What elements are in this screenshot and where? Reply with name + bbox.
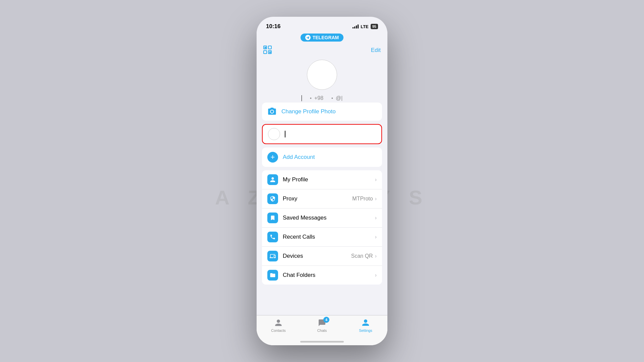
phone-frame: 10:16 LTE 95 TELEGRAM bbox=[257, 17, 387, 345]
account-cursor bbox=[285, 131, 285, 137]
settings-menu-group: My Profile › Proxy MTProto › bbox=[262, 170, 382, 285]
chevron-icon: › bbox=[375, 177, 377, 183]
chats-icon-wrap: 4 bbox=[317, 318, 327, 327]
recent-calls-label: Recent Calls bbox=[283, 234, 375, 240]
proxy-row[interactable]: Proxy MTProto › bbox=[262, 189, 382, 208]
plus-icon: + bbox=[267, 152, 278, 163]
tab-settings[interactable]: Settings bbox=[344, 318, 387, 333]
proxy-icon-bg bbox=[267, 193, 278, 204]
battery-indicator: 95 bbox=[371, 24, 378, 29]
contacts-icon bbox=[274, 319, 282, 327]
camera-icon bbox=[267, 107, 277, 116]
main-content: TELEGRAM Edit bbox=[257, 32, 387, 345]
profile-info-row: • +98 • @| bbox=[257, 93, 387, 103]
my-profile-row[interactable]: My Profile › bbox=[262, 170, 382, 189]
bookmark-icon bbox=[270, 215, 276, 221]
shield-icon bbox=[270, 196, 276, 202]
devices-icon-bg bbox=[267, 251, 278, 261]
status-bar: 10:16 LTE 95 bbox=[257, 17, 387, 32]
edit-button[interactable]: Edit bbox=[371, 47, 381, 54]
change-photo-label: Change Profile Photo bbox=[281, 108, 336, 115]
devices-icon bbox=[270, 253, 276, 259]
contacts-icon-wrap bbox=[274, 318, 283, 327]
devices-label: Devices bbox=[283, 253, 351, 259]
home-indicator bbox=[300, 341, 344, 343]
my-profile-label: My Profile bbox=[283, 176, 375, 183]
person-icon bbox=[270, 177, 276, 183]
recent-calls-row[interactable]: Recent Calls › bbox=[262, 228, 382, 247]
proxy-value: MTProto bbox=[352, 196, 373, 202]
settings-icon-wrap bbox=[361, 318, 370, 327]
username-field: • @| bbox=[330, 95, 342, 101]
saved-messages-row[interactable]: Saved Messages › bbox=[262, 208, 382, 228]
settings-tab-label: Settings bbox=[359, 328, 372, 333]
settings-icon bbox=[362, 319, 370, 327]
chats-badge: 4 bbox=[323, 317, 329, 323]
saved-messages-label: Saved Messages bbox=[283, 215, 375, 221]
telegram-pill: TELEGRAM bbox=[301, 34, 344, 42]
signal-icon bbox=[353, 24, 359, 28]
add-account-row[interactable]: + Add Account bbox=[262, 147, 382, 167]
status-indicators: LTE 95 bbox=[353, 24, 378, 29]
status-time: 10:16 bbox=[266, 23, 280, 30]
phone-icon bbox=[270, 234, 276, 240]
username-display: @| bbox=[336, 95, 342, 101]
chevron-icon: › bbox=[375, 272, 377, 278]
name-cursor bbox=[302, 95, 302, 101]
telegram-bar: TELEGRAM bbox=[257, 32, 387, 43]
account-row-highlighted[interactable] bbox=[262, 124, 382, 144]
telegram-logo-icon bbox=[305, 35, 311, 40]
name-field bbox=[302, 95, 302, 101]
chat-folders-label: Chat Folders bbox=[283, 272, 375, 279]
proxy-label: Proxy bbox=[283, 195, 352, 202]
change-profile-photo-row[interactable]: Change Profile Photo bbox=[262, 103, 382, 121]
devices-value: Scan QR bbox=[351, 253, 373, 259]
chevron-icon: › bbox=[375, 196, 377, 202]
saved-messages-icon-bg bbox=[267, 213, 278, 223]
qr-icon[interactable] bbox=[263, 46, 273, 55]
telegram-label: TELEGRAM bbox=[313, 35, 339, 40]
profile-avatar[interactable] bbox=[307, 60, 337, 90]
phone-display: +98 bbox=[314, 95, 323, 101]
my-profile-icon-bg bbox=[267, 174, 278, 185]
contacts-tab-label: Contacts bbox=[271, 328, 285, 333]
phone-field: • +98 bbox=[309, 95, 323, 101]
chat-folders-icon-bg bbox=[267, 270, 278, 281]
tab-chats[interactable]: 4 Chats bbox=[300, 318, 344, 333]
recent-calls-icon-bg bbox=[267, 232, 278, 242]
chevron-icon: › bbox=[375, 253, 377, 259]
lte-label: LTE bbox=[361, 24, 369, 29]
chats-tab-label: Chats bbox=[317, 328, 327, 333]
chat-folders-row[interactable]: Chat Folders › bbox=[262, 266, 382, 285]
devices-row[interactable]: Devices Scan QR › bbox=[262, 247, 382, 266]
profile-section bbox=[257, 56, 387, 93]
tab-contacts[interactable]: Contacts bbox=[257, 318, 300, 333]
add-account-label: Add Account bbox=[283, 154, 315, 161]
chevron-icon: › bbox=[375, 234, 377, 240]
account-avatar bbox=[268, 128, 280, 140]
folder-icon bbox=[270, 272, 276, 278]
chevron-icon: › bbox=[375, 215, 377, 221]
top-nav: Edit bbox=[257, 43, 387, 56]
